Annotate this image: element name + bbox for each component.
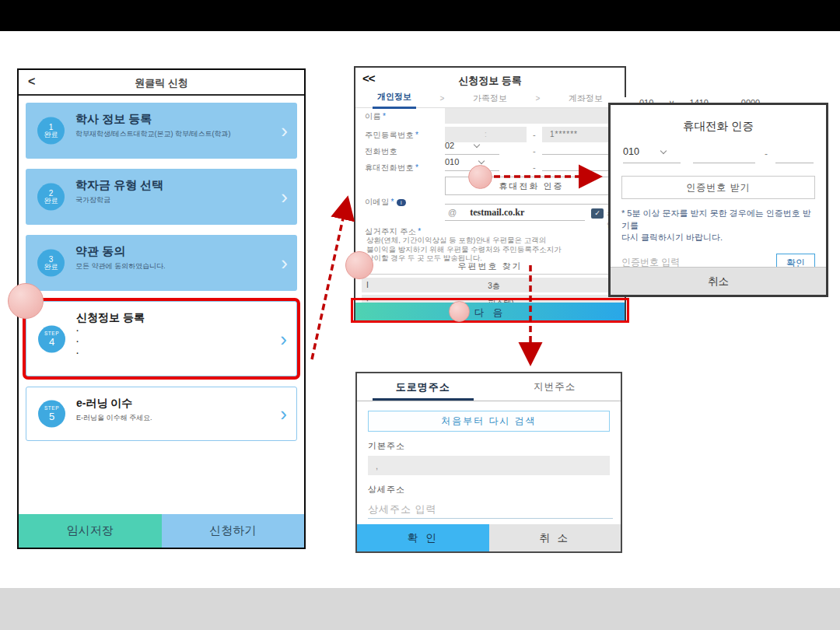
mobile-dash: -	[533, 163, 536, 172]
detail-address-label: 상세주소	[368, 484, 610, 495]
page-title: 원클릭 신청	[19, 76, 304, 90]
phone-prefix-select[interactable]: 02	[445, 141, 499, 155]
step-card-3-terms[interactable]: 3 완료 약관 동의 모든 약관에 동의하였습니다. ›	[26, 235, 297, 291]
step-3-subtitle: 모든 약관에 동의하였습니다.	[75, 261, 274, 271]
address-notice: 상환(연체, 기간이익상실 등 포함)안내 우편물은 고객의 불이익을 방지하기…	[366, 236, 618, 263]
chevron-right-icon: ›	[281, 185, 288, 209]
tab-separator: >	[440, 94, 445, 103]
step-5-subtitle: E-러닝을 이수해 주세요.	[76, 413, 273, 423]
step-5-badge: STEP 5	[38, 401, 65, 428]
top-black-bar	[0, 0, 840, 31]
step-5-title: e-러닝 이수	[76, 397, 273, 411]
email-label: 이메일*i	[365, 197, 406, 208]
tab-separator: >	[536, 94, 541, 103]
chevron-right-icon: ›	[280, 327, 287, 351]
direct-input-checkbox[interactable]: ✓	[591, 208, 604, 219]
step-list: 1 완료 학사 정보 등록 학부재학생/테스트대학교(본교) 학부/테스트(학과…	[19, 96, 304, 441]
address-search-popup: 도로명주소 지번주소 처음부터 다시 검색 기본주소 , 상세주소 확 인 취 …	[355, 372, 622, 553]
phone-input[interactable]	[542, 141, 618, 155]
form-title: 신청정보 등록	[355, 74, 625, 88]
search-again-button[interactable]: 처음부터 다시 검색	[368, 411, 610, 432]
rrn-front-input[interactable]: :	[445, 127, 527, 142]
screenshot-canvas: < 원클릭 신청 1 완료 학사 정보 등록 학부재학생/테스트대학교(본교) …	[0, 0, 840, 630]
popup-phone-row: 010 -	[623, 146, 814, 165]
info-icon: i	[397, 199, 406, 206]
chevron-down-icon	[474, 142, 480, 148]
mobile-label: 휴대전화번호*	[365, 163, 418, 173]
find-postcode-button[interactable]: 우편번호 찾기	[365, 261, 615, 275]
phone-label: 전화번호	[365, 146, 397, 157]
address-tabs: 도로명주소 지번주소	[357, 373, 621, 401]
step-2-subtitle: 국가장학금	[75, 195, 274, 205]
popup-phone-prefix-select[interactable]: 010	[623, 146, 681, 163]
step-card-5-elearning[interactable]: STEP 5 e-러닝 이수 E-러닝을 이수해 주세요. ›	[26, 387, 297, 441]
popup-title: 휴대전화 인증	[611, 119, 826, 134]
step-4-title: 신청정보 등록	[76, 311, 273, 325]
rrn-dash: -	[533, 130, 536, 139]
mobile-verify-modal: 휴대전화 인증 010 - 인증번호 받기 * 5분 이상 문자를 받지 못한 …	[608, 103, 828, 297]
step-3-title: 약관 동의	[75, 244, 274, 259]
request-code-button[interactable]: 인증번호 받기	[621, 176, 815, 199]
tab-road-address[interactable]: 도로명주소	[357, 373, 489, 401]
apply-button[interactable]: 신청하기	[162, 514, 305, 548]
panel-header: < 원클릭 신청	[19, 70, 304, 96]
arrow-step4-to-form	[312, 201, 347, 359]
email-domain-value: testmail.co.kr	[470, 207, 524, 218]
panel-footer: 임시저장 신청하기	[19, 514, 304, 548]
address-cancel-button[interactable]: 취 소	[489, 524, 621, 551]
popup-phone-dash: -	[765, 149, 768, 159]
address-line-1: Ⅰ 3층	[362, 278, 625, 292]
popup-phone-last-input[interactable]	[775, 146, 814, 163]
chevron-right-icon: ›	[281, 251, 288, 275]
address-confirm-button[interactable]: 확 인	[357, 524, 489, 551]
rrn-back-input[interactable]: 1******	[542, 127, 618, 142]
mobile-verify-popup: 010 ∨ 1410 - 0000 휴대전화 인증 010 - 인증번호 받기 …	[608, 97, 828, 297]
step-2-badge: 2 완료	[37, 184, 65, 211]
chevron-right-icon: ›	[280, 402, 287, 426]
popup-notice: * 5분 이상 문자를 받지 못한 경우에는 인증번호 받기를 다시 클릭하시기…	[621, 208, 815, 244]
chevron-down-icon	[660, 148, 667, 154]
at-icon: @	[448, 208, 457, 217]
name-label: 이름*	[365, 111, 386, 122]
detail-address-input[interactable]	[368, 500, 613, 519]
rrn-label: 주민등록번호*	[365, 130, 418, 141]
base-address-value: ,	[368, 456, 610, 475]
popup-cancel-button[interactable]: 취소	[611, 267, 826, 295]
step-1-title: 학사 정보 등록	[75, 112, 274, 127]
step-2-title: 학자금 유형 선택	[75, 178, 274, 193]
chevron-down-icon	[478, 158, 485, 164]
step-card-2-aid-type[interactable]: 2 완료 학자금 유형 선택 국가장학금 ›	[26, 169, 297, 225]
address-popup-buttons: 확 인 취 소	[357, 524, 621, 551]
phone-dash: -	[533, 146, 536, 156]
email-id-input[interactable]	[445, 191, 618, 205]
step-4-badge: STEP 4	[38, 325, 65, 352]
step-3-badge: 3 완료	[37, 250, 65, 277]
temp-save-button[interactable]: 임시저장	[19, 514, 162, 548]
step-card-4-application-info[interactable]: STEP 4 신청정보 등록 · · · ›	[26, 301, 297, 376]
email-domain-row: @ testmail.co.kr	[445, 207, 585, 221]
next-button[interactable]: 다 음	[355, 303, 625, 323]
tab-family-info[interactable]: 가족정보	[468, 89, 512, 108]
popup-phone-mid-input[interactable]	[693, 146, 755, 163]
tab-account-info[interactable]: 계좌정보	[564, 89, 607, 108]
step-card-1-academic-info[interactable]: 1 완료 학사 정보 등록 학부재학생/테스트대학교(본교) 학부/테스트(학과…	[26, 103, 297, 159]
form-step-tabs: 개인정보 > 가족정보 > 계좌정보	[355, 89, 625, 108]
bottom-gray-bar	[0, 588, 840, 630]
chevron-right-icon: ›	[281, 119, 288, 143]
application-info-form-panel: << 신청정보 등록 개인정보 > 가족정보 > 계좌정보 이름* 주민등록번호…	[354, 66, 626, 323]
mobile-prefix-select[interactable]: 010	[445, 157, 499, 171]
step-1-badge: 1 완료	[37, 117, 65, 145]
name-input[interactable]	[445, 108, 618, 124]
base-address-label: 기본주소	[368, 440, 610, 452]
tab-personal-info[interactable]: 개인정보	[373, 88, 416, 109]
mobile-input[interactable]	[542, 157, 618, 171]
oneclick-application-panel: < 원클릭 신청 1 완료 학사 정보 등록 학부재학생/테스트대학교(본교) …	[17, 68, 306, 549]
step-1-subtitle: 학부재학생/테스트대학교(본교) 학부/테스트(학과)	[75, 129, 274, 139]
step-4-bullets: · · ·	[76, 325, 273, 359]
tab-jibun-address[interactable]: 지번주소	[489, 373, 621, 401]
